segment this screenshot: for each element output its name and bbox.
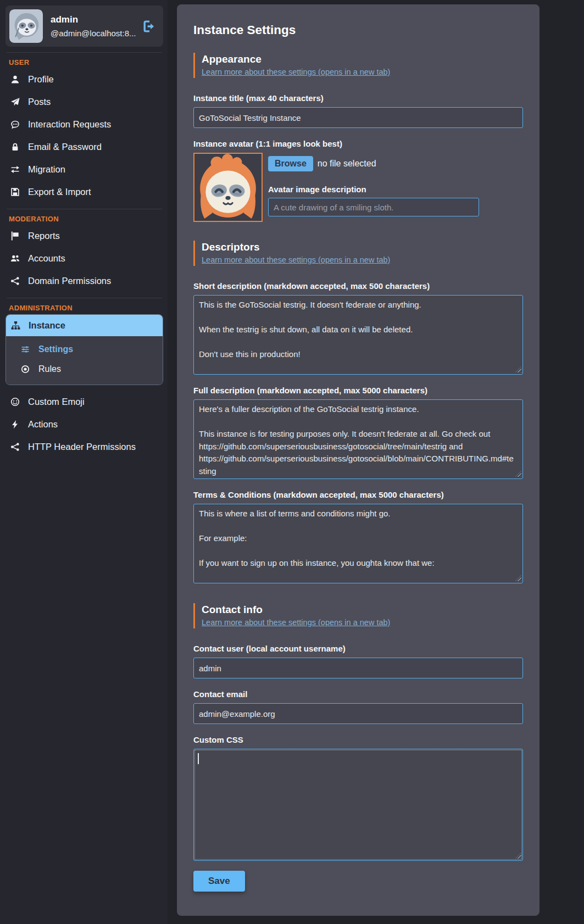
short-description-wrap: This is the GoToSocial testrig. It doesn… — [193, 295, 523, 375]
sidebar-item-label: Migration — [28, 164, 65, 175]
paper-plane-icon — [10, 97, 20, 107]
divider — [7, 298, 162, 298]
short-description-textarea[interactable]: This is the GoToSocial testrig. It doesn… — [193, 295, 523, 375]
sign-out-icon[interactable] — [142, 19, 156, 34]
avatar-description-label: Avatar image description — [268, 185, 479, 194]
divider — [7, 209, 162, 209]
instance-avatar-preview — [193, 153, 263, 222]
text-cursor — [198, 753, 199, 764]
appearance-heading: Appearance — [202, 53, 523, 66]
sidebar-item-instance-rules[interactable]: Rules — [16, 359, 163, 379]
nav-section-user: USER — [9, 58, 163, 66]
section-descriptors: Descriptors Learn more about these setti… — [193, 241, 523, 266]
sidebar-item-label: Custom Emoji — [28, 397, 85, 407]
sidebar-item-domain-permissions[interactable]: Domain Permissions — [5, 270, 163, 292]
sidebar-item-label: Actions — [28, 419, 58, 430]
section-contact-info: Contact info Learn more about these sett… — [193, 603, 523, 628]
sidebar-item-label: Profile — [28, 74, 54, 85]
sidebar-group-instance: Instance Settings Rules — [5, 314, 163, 385]
terms-label: Terms & Conditions (markdown accepted, m… — [193, 490, 523, 499]
sitemap-icon — [10, 321, 20, 330]
share-nodes-icon — [10, 442, 20, 452]
custom-css-wrap — [193, 749, 523, 861]
file-status-text: no file selected — [318, 159, 376, 169]
user-handle: @admin@localhost:8... — [51, 29, 134, 38]
full-description-wrap: Here's a fuller description of the GoToS… — [193, 399, 523, 479]
custom-css-textarea[interactable] — [193, 749, 523, 861]
lock-icon — [10, 142, 20, 152]
instance-title-input[interactable] — [193, 107, 523, 128]
sidebar-item-label: Interaction Requests — [28, 119, 111, 130]
sidebar-item-label: Instance — [29, 320, 65, 331]
learn-more-link[interactable]: Learn more about these settings (opens i… — [202, 616, 390, 628]
sidebar-item-actions[interactable]: Actions — [5, 413, 163, 436]
learn-more-link[interactable]: Learn more about these settings (opens i… — [202, 254, 390, 266]
page-title: Instance Settings — [193, 22, 523, 38]
browse-button[interactable]: Browse — [268, 156, 313, 171]
contact-user-input[interactable] — [193, 658, 523, 678]
dot-circle-icon — [20, 365, 30, 374]
avatar-upload-controls: Browse no file selected Avatar image des… — [268, 153, 479, 222]
terms-textarea[interactable]: This is where a list of terms and condit… — [193, 504, 523, 583]
sidebar-item-label: Domain Permissions — [28, 276, 111, 286]
comment-dots-icon — [10, 120, 20, 129]
sidebar: admin @admin@localhost:8... USER Profile… — [0, 0, 168, 924]
sidebar-item-email-password[interactable]: Email & Password — [5, 136, 163, 158]
sidebar-item-export-import[interactable]: Export & Import — [5, 181, 163, 203]
divider — [7, 52, 162, 53]
flag-icon — [10, 231, 20, 241]
users-icon — [10, 254, 20, 263]
sidebar-item-http-header-permissions[interactable]: HTTP Header Permissions — [5, 436, 163, 458]
full-description-textarea[interactable]: Here's a fuller description of the GoToS… — [193, 399, 523, 479]
contact-user-label: Contact user (local account username) — [193, 644, 523, 653]
sidebar-item-label: Email & Password — [28, 142, 102, 152]
nav-section-moderation: MODERATION — [9, 215, 163, 223]
bolt-icon — [10, 420, 20, 429]
floppy-disk-icon — [10, 187, 20, 197]
user-card: admin @admin@localhost:8... — [5, 5, 163, 47]
learn-more-link[interactable]: Learn more about these settings (opens i… — [202, 66, 390, 78]
contact-info-heading: Contact info — [202, 603, 523, 616]
instance-submenu: Settings Rules — [6, 336, 163, 385]
sidebar-item-custom-emoji[interactable]: Custom Emoji — [5, 391, 163, 413]
exchange-arrows-icon — [10, 165, 20, 174]
sidebar-item-label: Rules — [38, 364, 61, 374]
sidebar-item-interaction-requests[interactable]: Interaction Requests — [5, 113, 163, 136]
save-button[interactable]: Save — [193, 871, 245, 892]
instance-avatar-label: Instance avatar (1:1 images look best) — [193, 139, 523, 148]
share-nodes-icon — [10, 276, 20, 286]
descriptors-heading: Descriptors — [202, 241, 523, 254]
sidebar-item-instance-settings[interactable]: Settings — [16, 339, 163, 359]
sidebar-item-accounts[interactable]: Accounts — [5, 247, 163, 270]
short-description-label: Short description (markdown accepted, ma… — [193, 281, 523, 291]
contact-email-input[interactable] — [193, 703, 523, 724]
instance-settings-panel: Instance Settings Appearance Learn more … — [177, 4, 539, 916]
sidebar-item-posts[interactable]: Posts — [5, 91, 163, 113]
user-meta: admin @admin@localhost:8... — [51, 14, 134, 38]
sidebar-item-profile[interactable]: Profile — [5, 68, 163, 91]
terms-wrap: This is where a list of terms and condit… — [193, 504, 523, 583]
sloth-avatar — [9, 9, 43, 43]
sidebar-item-label: Accounts — [28, 253, 65, 264]
full-description-label: Full description (markdown accepted, max… — [193, 386, 523, 395]
custom-css-label: Custom CSS — [193, 735, 523, 744]
instance-title-label: Instance title (max 40 characters) — [193, 93, 523, 103]
sliders-icon — [20, 345, 30, 354]
instance-avatar-row: Browse no file selected Avatar image des… — [193, 153, 523, 222]
user-icon — [10, 75, 20, 84]
sidebar-item-migration[interactable]: Migration — [5, 158, 163, 181]
section-appearance: Appearance Learn more about these settin… — [193, 53, 523, 78]
user-name: admin — [51, 14, 134, 25]
sidebar-item-label: HTTP Header Permissions — [28, 442, 136, 452]
sidebar-item-label: Export & Import — [28, 187, 91, 197]
sidebar-item-reports[interactable]: Reports — [5, 225, 163, 247]
sidebar-item-instance[interactable]: Instance — [6, 315, 163, 336]
smile-icon — [10, 397, 20, 407]
avatar-description-input[interactable] — [268, 198, 479, 216]
nav-section-administration: ADMINISTRATION — [9, 304, 163, 312]
sidebar-item-label: Posts — [28, 97, 51, 107]
contact-email-label: Contact email — [193, 689, 523, 699]
sidebar-item-label: Reports — [28, 231, 60, 241]
sidebar-item-label: Settings — [38, 344, 73, 354]
